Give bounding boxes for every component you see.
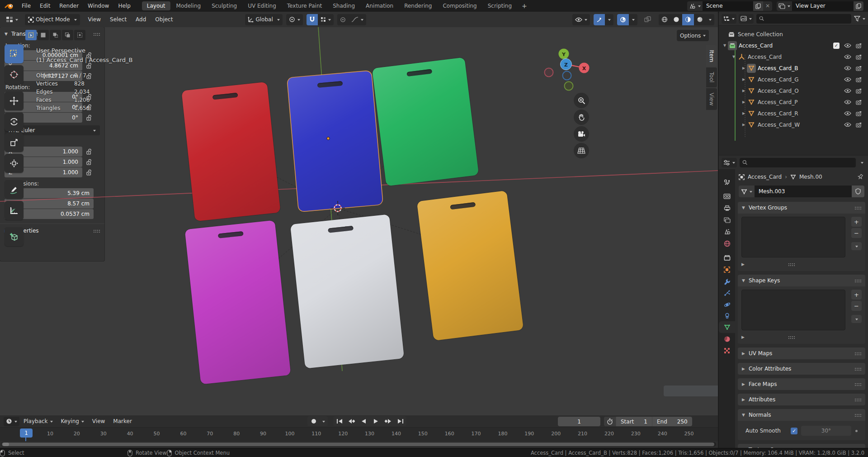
properties-editor-type-button[interactable]: [722, 158, 737, 167]
current-frame-field[interactable]: 1: [558, 417, 600, 426]
jump-to-end-button[interactable]: [394, 416, 406, 426]
tab-render[interactable]: [719, 190, 735, 202]
expand-icon[interactable]: ▶: [741, 262, 745, 267]
select-mode-extend-button[interactable]: [38, 30, 49, 40]
workspace-tab[interactable]: Sculpting: [207, 1, 242, 10]
new-view-layer-button[interactable]: [854, 1, 863, 11]
panel-grip[interactable]: [854, 398, 861, 401]
texture-space-header[interactable]: ▶Texture Space: [738, 444, 865, 448]
shading-wireframe-button[interactable]: [659, 14, 670, 25]
viewport-menu[interactable]: Object: [151, 16, 177, 23]
hide-eye-icon[interactable]: [844, 100, 851, 105]
collapsed-panel-header[interactable]: ▶Attributes: [738, 394, 865, 405]
timeline-menu-marker[interactable]: Marker: [109, 418, 136, 424]
hide-eye-icon[interactable]: [844, 77, 851, 82]
tab-collection[interactable]: [719, 252, 735, 263]
tab-physics[interactable]: [719, 299, 735, 310]
3d-viewport[interactable]: Options User Perspective (1) Access_Card…: [0, 27, 718, 415]
viewport-menu[interactable]: View: [84, 16, 105, 23]
scale-tool[interactable]: [5, 133, 24, 152]
topbar-menu[interactable]: File: [17, 3, 35, 9]
jump-to-start-button[interactable]: [333, 416, 345, 426]
vertex-groups-list[interactable]: [741, 217, 845, 257]
add-vertex-group-button[interactable]: +: [851, 217, 862, 227]
datablock-selector[interactable]: [739, 186, 755, 197]
camera-visibility-icon[interactable]: [856, 77, 863, 82]
properties-search-input[interactable]: [747, 159, 853, 166]
properties-options-chevron[interactable]: [861, 162, 863, 165]
panel-grip[interactable]: [854, 279, 861, 282]
expand-icon[interactable]: ▶: [741, 335, 745, 339]
camera-visibility-icon[interactable]: [856, 88, 863, 94]
transform-tool[interactable]: [5, 154, 24, 173]
auto-smooth-checkbox[interactable]: ✓: [791, 428, 797, 434]
tab-output[interactable]: [719, 202, 735, 214]
collapsed-panel-header[interactable]: ▶Face Maps: [738, 378, 865, 390]
measure-tool[interactable]: [5, 201, 24, 220]
collapsed-panel-header[interactable]: ▶UV Maps: [738, 348, 865, 359]
rotate-tool[interactable]: [5, 112, 24, 131]
tab-view-layer[interactable]: [719, 214, 735, 226]
overlays-dropdown[interactable]: [629, 14, 637, 25]
select-mode-invert-button[interactable]: [62, 30, 73, 40]
zoom-view-button[interactable]: [574, 93, 589, 108]
shape-key-specials-button[interactable]: [851, 315, 862, 323]
options-button[interactable]: Options: [677, 30, 709, 41]
panel-grip[interactable]: [854, 414, 861, 417]
timeline-ruler[interactable]: 1020304050607080901001101201301401501601…: [0, 427, 718, 441]
datablock-name-field[interactable]: Mesh.003: [755, 186, 852, 197]
hide-eye-icon[interactable]: [844, 66, 851, 71]
overlays-toggle[interactable]: [617, 14, 629, 25]
view-layer-name-field[interactable]: View Layer: [792, 1, 854, 11]
workspace-tab[interactable]: UV Editing: [243, 1, 281, 10]
camera-visibility-icon[interactable]: [856, 43, 863, 48]
topbar-menu[interactable]: Help: [113, 3, 135, 9]
previous-keyframe-button[interactable]: [345, 416, 358, 426]
breadcrumb-data[interactable]: Mesh.00: [799, 174, 822, 180]
gizmos-dropdown[interactable]: [605, 14, 613, 25]
cursor-tool[interactable]: [5, 65, 24, 84]
workspace-tab[interactable]: Modeling: [171, 1, 206, 10]
topbar-menu[interactable]: Edit: [35, 3, 55, 9]
tab-world[interactable]: [719, 238, 735, 249]
vertex-groups-header[interactable]: ▼Vertex Groups: [738, 202, 865, 214]
outliner-search-input[interactable]: [764, 15, 849, 22]
panel-grip[interactable]: [854, 206, 861, 209]
camera-visibility-icon[interactable]: [856, 66, 863, 71]
animate-property-dot[interactable]: [855, 430, 858, 432]
transform-orientation-dropdown[interactable]: Global: [245, 14, 282, 25]
move-tool[interactable]: [5, 91, 24, 110]
outliner-editor-type-button[interactable]: [722, 14, 736, 24]
tab-modifiers[interactable]: [719, 276, 735, 287]
access-card-red[interactable]: [181, 82, 280, 221]
hide-eye-icon[interactable]: [844, 122, 851, 127]
add-shape-key-button[interactable]: +: [851, 290, 862, 300]
panel-grip[interactable]: [93, 33, 100, 36]
scene-icon[interactable]: [687, 1, 703, 11]
object-visibility-dropdown[interactable]: [572, 14, 590, 25]
shape-keys-list[interactable]: [741, 290, 845, 330]
fake-user-shield-icon[interactable]: [852, 186, 864, 197]
proportional-editing-toggle[interactable]: [337, 14, 349, 25]
tab-material[interactable]: [719, 333, 735, 345]
tab-object[interactable]: [719, 264, 735, 276]
workspace-tab[interactable]: Animation: [361, 1, 398, 10]
hide-eye-icon[interactable]: [844, 88, 851, 93]
timeline-editor-type-button[interactable]: [4, 417, 19, 426]
sidebar-tab-tool[interactable]: Tool: [706, 67, 717, 87]
play-button[interactable]: [370, 416, 382, 426]
access-card-orange[interactable]: [417, 190, 524, 341]
hide-eye-icon[interactable]: [844, 111, 851, 116]
workspace-tab[interactable]: Texture Paint: [282, 1, 327, 10]
access-card-white[interactable]: [290, 214, 404, 368]
sidebar-tab-view[interactable]: View: [706, 88, 717, 110]
playhead[interactable]: 1: [20, 428, 33, 438]
timeline-menu-view[interactable]: View: [88, 418, 109, 424]
workspace-tab[interactable]: Shading: [328, 1, 360, 10]
panel-grip[interactable]: [854, 367, 861, 371]
next-keyframe-button[interactable]: [382, 416, 394, 426]
scene-name-field[interactable]: Scene: [703, 1, 753, 11]
tab-texture[interactable]: [719, 345, 735, 357]
topbar-menu[interactable]: Render: [55, 3, 83, 9]
editor-type-button[interactable]: [3, 14, 21, 25]
